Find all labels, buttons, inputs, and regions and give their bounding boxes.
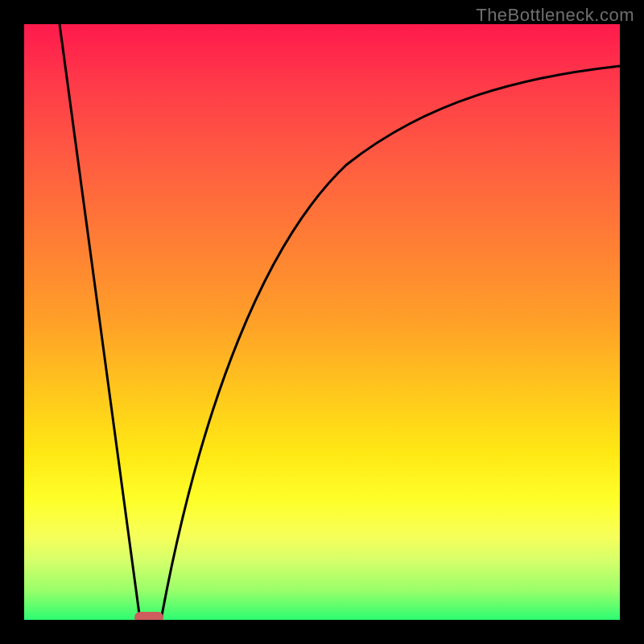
chart-frame: TheBottleneck.com <box>0 0 644 644</box>
plot-area <box>24 24 620 620</box>
watermark-text: TheBottleneck.com <box>476 5 634 26</box>
left-descent-line <box>60 24 140 620</box>
optimal-marker <box>134 612 163 620</box>
right-ascent-curve <box>161 66 620 620</box>
curve-svg <box>24 24 620 620</box>
